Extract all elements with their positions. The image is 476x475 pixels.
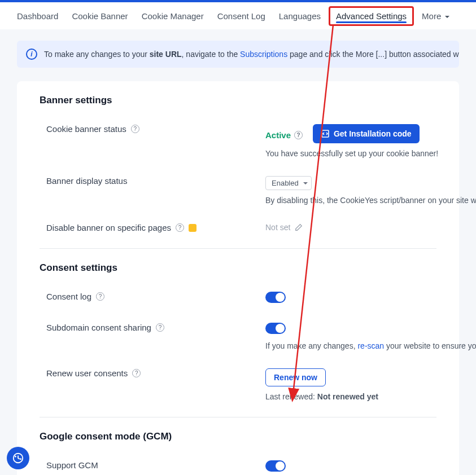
tab-consent-log[interactable]: Consent Log [217, 5, 265, 28]
cookie-badge-button[interactable] [7, 447, 29, 469]
tab-more-label: More [422, 11, 441, 21]
banner-display-subtitle: By disabling this, the CookieYes script/… [265, 196, 476, 205]
info-banner-text: To make any changes to your site URL, na… [44, 50, 459, 59]
cookie-icon [12, 452, 24, 464]
consent-settings-title: Consent settings [40, 262, 436, 274]
subdomain-subtitle: If you make any changes, re-scan your we… [265, 341, 476, 350]
consent-log-label: Consent log [46, 292, 91, 301]
subdomain-row: Subdomain consent sharing ? If you make … [40, 316, 436, 362]
tab-languages[interactable]: Languages [279, 5, 321, 28]
tab-dashboard[interactable]: Dashboard [17, 5, 58, 28]
banner-display-select[interactable]: Enabled [265, 176, 312, 190]
tab-advanced-settings[interactable]: Advanced Settings [329, 6, 414, 26]
cookie-banner-status-label: Cookie banner status [46, 124, 126, 134]
consent-log-toggle[interactable] [265, 292, 286, 303]
settings-card: Banner settings Cookie banner status ? A… [17, 81, 459, 475]
edit-icon[interactable] [295, 223, 303, 231]
cookie-banner-status-row: Cookie banner status ? Active ? Get Inst… [40, 117, 436, 169]
tab-advanced-settings-label: Advanced Settings [336, 11, 407, 21]
disable-pages-label: Disable banner on specific pages [46, 223, 171, 232]
help-icon[interactable]: ? [294, 131, 303, 139]
tab-cookie-banner[interactable]: Cookie Banner [72, 5, 128, 28]
help-icon[interactable]: ? [132, 369, 141, 377]
tab-cookie-manager[interactable]: Cookie Manager [142, 5, 204, 28]
gcm-title: Google consent mode (GCM) [40, 431, 436, 442]
banner-status-subtitle: You have successfully set up your cookie… [265, 149, 438, 158]
renew-label: Renew user consents [46, 368, 128, 378]
svg-point-4 [15, 456, 16, 457]
banner-settings-title: Banner settings [40, 95, 436, 106]
code-icon [321, 129, 330, 138]
active-tab-underline [336, 21, 407, 23]
disable-pages-value: Not set [265, 223, 303, 232]
info-icon: i [26, 49, 37, 60]
status-active: Active ? [265, 130, 303, 140]
svg-point-5 [20, 459, 21, 459]
renew-subtitle: Last renewed: Not renewed yet [265, 392, 436, 401]
chevron-down-icon [445, 16, 449, 18]
section-divider [40, 248, 436, 249]
help-icon[interactable]: ? [131, 125, 139, 133]
info-banner: i To make any changes to your site URL, … [17, 41, 459, 68]
help-icon[interactable]: ? [176, 223, 184, 232]
section-divider [40, 417, 436, 417]
help-icon[interactable]: ? [96, 292, 104, 301]
gcm-support-label: Support GCM [46, 460, 98, 470]
banner-display-row: Banner display status Enabled By disabli… [40, 169, 436, 216]
chevron-down-icon [303, 182, 308, 184]
disable-pages-row: Disable banner on specific pages ? Not s… [40, 216, 436, 244]
gcm-support-toggle[interactable] [265, 460, 286, 472]
banner-display-label: Banner display status [46, 176, 127, 186]
rescan-link[interactable]: re-scan [357, 341, 384, 350]
renew-now-button[interactable]: Renew now [265, 368, 326, 386]
renew-row: Renew user consents ? Renew now Last ren… [40, 362, 436, 412]
subscriptions-link[interactable]: Subscriptions [240, 50, 287, 59]
subdomain-toggle[interactable] [265, 323, 286, 334]
help-icon[interactable]: ? [156, 323, 164, 332]
gcm-support-row: Support GCM When enabled, the Google Con… [40, 454, 436, 475]
tab-more[interactable]: More [422, 5, 449, 28]
main-nav: Dashboard Cookie Banner Cookie Manager C… [0, 2, 476, 29]
get-installation-code-button[interactable]: Get Installation code [313, 124, 420, 143]
consent-log-row: Consent log ? [40, 285, 436, 316]
subdomain-label: Subdomain consent sharing [46, 323, 151, 332]
premium-icon [189, 224, 196, 232]
content-area: i To make any changes to your site URL, … [0, 29, 476, 475]
